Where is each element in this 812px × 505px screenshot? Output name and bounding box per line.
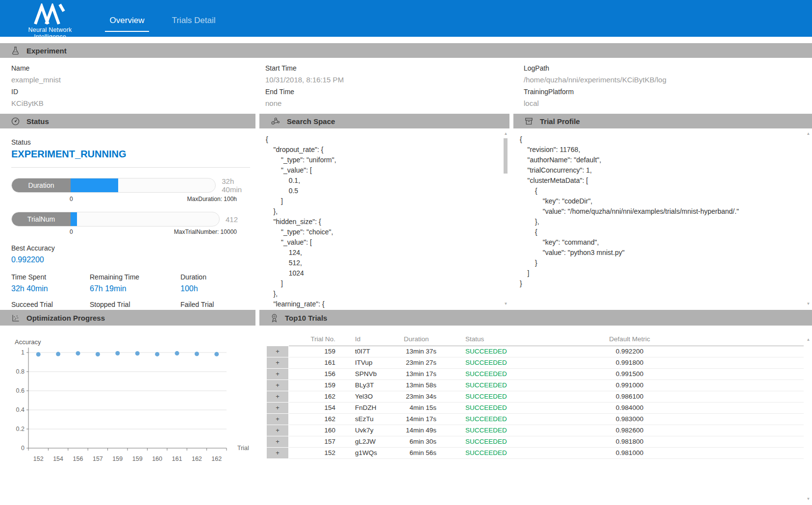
section-title: Optimization Progress [26,314,105,322]
column-header-default-metric: Default Metric [527,332,733,346]
cell-id: gL2JW [335,436,389,447]
cell-default-metric: 0.991500 [527,368,733,379]
cell-duration: 6min 30s [389,436,443,447]
top-navbar: Neural Network Intelligence Overview Tri… [0,0,812,37]
duration-bar-label: Duration [12,178,71,192]
trial-profile-body: { "revision": 11768, "authorName": "defa… [513,128,812,310]
trialnum-bar-caption: 0 MaxTrialNumber: 10000 [11,228,237,235]
svg-text:156: 156 [73,455,83,462]
cell-default-metric: 0.991000 [527,379,733,391]
trial-profile-json: { "revision": 11768, "authorName": "defa… [513,128,812,289]
section-title: Status [26,117,49,126]
svg-text:0.8: 0.8 [16,368,25,375]
data-point [195,352,199,356]
optimization-chart: Accuracy00.20.40.60.81152154156157159159… [0,335,255,477]
expand-row-button[interactable]: + [267,380,288,391]
stat-duration: Duration 100h [180,273,255,293]
platform-value: local [524,99,812,107]
trialnum-progress-row: TrialNum 412 [11,212,255,227]
cell-id: g1WQs [335,447,389,458]
scroll-down-icon[interactable]: ▼ [503,302,509,306]
top10-scrollbar: ▲ ▼ [805,326,812,505]
end-time-label: End Time [265,88,524,96]
cell-default-metric: 0.983000 [527,413,733,425]
id-label: ID [11,88,265,96]
expand-row-button[interactable]: + [267,346,288,357]
cell-default-metric: 0.981000 [527,447,733,458]
cell-duration: 13min 58s [389,379,443,391]
tab-overview[interactable]: Overview [105,16,149,32]
cell-status: SUCCEEDED [443,402,527,413]
data-point [175,351,179,355]
expand-row-button[interactable]: + [267,403,288,413]
data-point [214,352,219,356]
scroll-up-icon[interactable]: ▲ [503,131,509,136]
data-point [96,352,100,356]
cell-id: BLy3T [335,379,389,391]
scrollbar-thumb[interactable] [504,138,508,174]
bottom-row: Optimization Progress Accuracy00.20.40.6… [0,310,812,505]
scroll-up-icon[interactable]: ▲ [805,131,812,136]
middle-row: Status Status EXPERIMENT_RUNNING Duratio… [0,114,812,310]
cell-id: ITVup [335,357,389,368]
cell-status: SUCCEEDED [443,413,527,425]
trialnum-bar-max: MaxTrialNumber: 10000 [174,228,237,235]
section-title: Search Space [287,117,335,126]
table-row: +157gL2JW6min 30sSUCCEEDED0.981800 [259,436,804,447]
start-time-value: 10/31/2018, 8:16:15 PM [265,76,524,84]
tab-trials-detail[interactable]: Trials Detail [172,16,216,32]
id-value: KCiBytKB [11,99,265,107]
expand-row-button[interactable]: + [267,369,288,379]
trialnum-progress-bar: TrialNum [11,212,220,227]
svg-text:161: 161 [172,455,182,462]
molecule-icon [270,117,280,126]
trial-profile-section-header: Trial Profile [513,114,812,128]
best-accuracy-label: Best Accuracy [11,244,255,252]
top10-table: Trial No. Id Duration Status Default Met… [259,332,804,459]
expand-row-button[interactable]: + [267,448,288,458]
nni-logo-icon [34,3,66,25]
stat-stopped-trial: Stopped Trial 0 [90,301,180,310]
cell-id: SPNVb [335,368,389,379]
cell-trial-no: 152 [289,447,335,458]
logpath-value: /home/quzha/nni/experiments/KCiBytKB/log [524,76,812,84]
stat-failed-trial: Failed Trial 9 [180,301,255,310]
x-axis-title: Trial [237,445,249,452]
cell-id: FnDZH [335,402,389,413]
scroll-up-icon[interactable]: ▲ [805,337,812,342]
expand-row-button[interactable]: + [267,357,288,368]
scroll-down-icon[interactable]: ▼ [805,302,812,306]
cell-trial-no: 160 [289,425,335,436]
expand-row-button[interactable]: + [267,414,288,425]
trialnum-bar-track [71,212,219,226]
cell-status: SUCCEEDED [443,379,527,391]
scroll-down-icon[interactable]: ▼ [805,497,812,501]
flask-icon [11,46,20,55]
brand[interactable]: Neural Network Intelligence [13,3,87,40]
cell-trial-no: 162 [289,391,335,402]
cell-duration: 13min 17s [389,368,443,379]
trialnum-bar-min: 0 [70,228,73,235]
cell-trial-no: 159 [289,379,335,391]
cell-default-metric: 0.984000 [527,402,733,413]
expand-row-button[interactable]: + [267,425,288,436]
table-row: +162sEzTu14min 17sSUCCEEDED0.983000 [259,413,804,425]
status-panel: Status Status EXPERIMENT_RUNNING Duratio… [0,114,255,310]
cell-status: SUCCEEDED [443,391,527,402]
table-row: +160Uvk7y14min 49sSUCCEEDED0.982600 [259,425,804,436]
cell-status: SUCCEEDED [443,368,527,379]
duration-progress-bar: Duration [11,178,216,193]
expand-row-button[interactable]: + [267,391,288,402]
status-stats-grid: Time Spent 32h 40min Remaining Time 67h … [11,273,255,310]
start-time-label: Start Time [265,64,524,72]
duration-bar-caption: 0 MaxDuration: 100h [11,196,237,202]
experiment-col-2: Start Time 10/31/2018, 8:16:15 PM End Ti… [265,64,524,114]
cell-default-metric: 0.992200 [527,346,733,357]
cell-duration: 4min 15s [389,402,443,413]
svg-text:162: 162 [211,455,222,462]
table-row: +159BLy3T13min 58sSUCCEEDED0.991000 [259,379,804,391]
trialnum-bar-label: TrialNum [12,212,71,226]
expand-row-button[interactable]: + [267,436,288,447]
svg-text:159: 159 [112,455,123,462]
stat-remaining-time: Remaining Time 67h 19min [90,273,180,293]
